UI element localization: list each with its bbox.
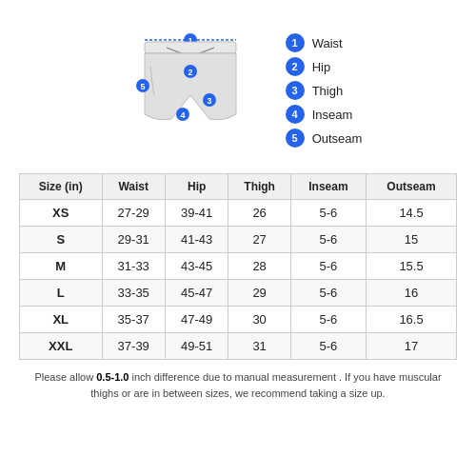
table-cell: 28 (228, 253, 291, 280)
legend-label-hip: Hip (312, 60, 331, 74)
col-header-hip: Hip (165, 174, 228, 200)
legend-num-5: 5 (286, 129, 305, 148)
table-cell: 29-31 (102, 227, 165, 253)
svg-text:4: 4 (180, 110, 185, 120)
col-header-size: Size (in) (20, 174, 103, 200)
legend-item-waist: 1 Waist (286, 33, 363, 52)
table-cell: 15 (367, 227, 457, 253)
table-cell: 14.5 (367, 200, 457, 227)
table-cell: 17 (367, 333, 457, 360)
svg-text:2: 2 (188, 68, 192, 77)
table-cell: 15.5 (367, 253, 457, 280)
legend-list: 1 Waist 2 Hip 3 Thigh 4 Inseam 5 Outseam (286, 33, 363, 148)
col-header-waist: Waist (102, 174, 165, 200)
footer-note: Please allow 0.5-1.0 inch difference due… (19, 369, 457, 401)
shorts-diagram: 1 2 3 4 5 (114, 19, 267, 162)
table-cell: 39-41 (165, 200, 228, 227)
table-cell: 45-47 (165, 280, 228, 307)
table-cell: 5-6 (290, 333, 366, 360)
measurement-range: 0.5-1.0 (96, 371, 129, 383)
diagram-section: 1 2 3 4 5 (19, 19, 457, 162)
table-cell: 16.5 (367, 307, 457, 333)
table-cell: 37-39 (102, 333, 165, 360)
table-row: L33-3545-47295-616 (20, 280, 457, 307)
table-cell: 49-51 (165, 333, 228, 360)
table-cell: S (20, 227, 103, 253)
legend-label-waist: Waist (312, 36, 343, 50)
table-cell: 41-43 (165, 227, 228, 253)
legend-label-inseam: Inseam (312, 108, 353, 122)
table-cell: XS (20, 200, 103, 227)
col-header-thigh: Thigh (228, 174, 291, 200)
table-cell: 31 (228, 333, 291, 360)
table-cell: 5-6 (290, 253, 366, 280)
table-row: XXL37-3949-51315-617 (20, 333, 457, 360)
table-cell: 16 (367, 280, 457, 307)
legend-num-2: 2 (286, 57, 305, 76)
legend-num-3: 3 (286, 81, 305, 100)
legend-num-4: 4 (286, 105, 305, 124)
col-header-outseam: Outseam (367, 174, 457, 200)
svg-rect-3 (145, 42, 236, 53)
table-cell: M (20, 253, 103, 280)
table-cell: L (20, 280, 103, 307)
table-row: S29-3141-43275-615 (20, 227, 457, 253)
table-row: M31-3343-45285-615.5 (20, 253, 457, 280)
legend-label-outseam: Outseam (312, 131, 363, 146)
table-cell: 5-6 (290, 307, 366, 333)
col-header-inseam: Inseam (290, 174, 366, 200)
table-cell: 26 (228, 200, 291, 227)
table-row: XL35-3747-49305-616.5 (20, 307, 457, 333)
table-row: XS27-2939-41265-614.5 (20, 200, 457, 227)
table-cell: 5-6 (290, 280, 366, 307)
table-cell: 33-35 (102, 280, 165, 307)
table-cell: 35-37 (102, 307, 165, 333)
table-cell: XL (20, 307, 103, 333)
table-cell: 27 (228, 227, 291, 253)
legend-num-1: 1 (286, 33, 305, 52)
legend-item-outseam: 5 Outseam (286, 129, 363, 148)
table-cell: 5-6 (290, 227, 366, 253)
size-chart-table: Size (in) Waist Hip Thigh Inseam Outseam… (19, 173, 457, 360)
table-cell: 31-33 (102, 253, 165, 280)
table-cell: 30 (228, 307, 291, 333)
table-cell: 47-49 (165, 307, 228, 333)
svg-text:5: 5 (140, 82, 145, 91)
svg-text:3: 3 (207, 96, 211, 106)
table-cell: XXL (20, 333, 103, 360)
legend-item-thigh: 3 Thigh (286, 81, 363, 100)
legend-item-inseam: 4 Inseam (286, 105, 363, 124)
table-header-row: Size (in) Waist Hip Thigh Inseam Outseam (20, 174, 457, 200)
legend-item-hip: 2 Hip (286, 57, 363, 76)
table-cell: 43-45 (165, 253, 228, 280)
table-cell: 29 (228, 280, 291, 307)
table-cell: 5-6 (290, 200, 366, 227)
legend-label-thigh: Thigh (312, 84, 344, 98)
table-cell: 27-29 (102, 200, 165, 227)
